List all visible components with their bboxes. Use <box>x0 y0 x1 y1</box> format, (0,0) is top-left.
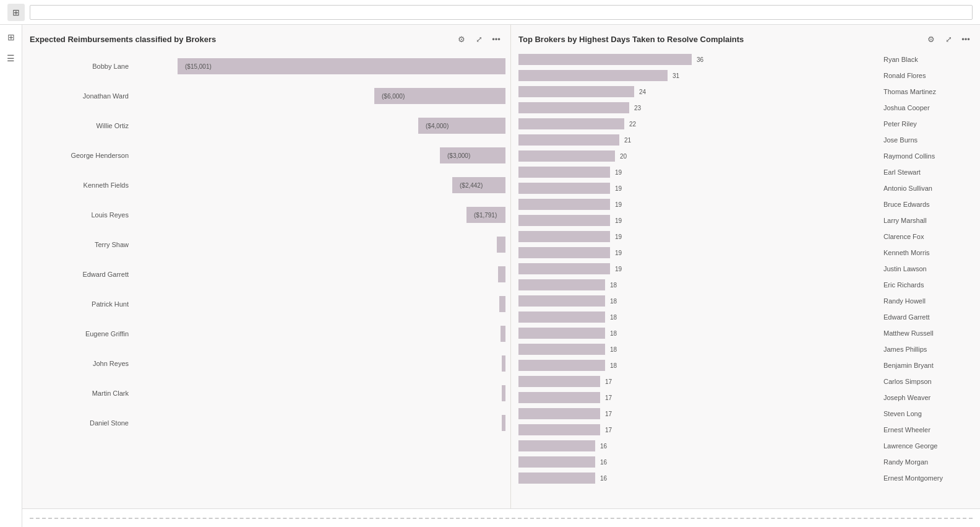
right-chart-actions: ⚙ ⤢ ••• <box>924 32 973 46</box>
left-bar-fill: ($2,442) <box>452 177 505 193</box>
right-expand-icon[interactable]: ⤢ <box>942 32 955 46</box>
left-bar-row: Daniel Stone <box>30 409 505 437</box>
right-bar-label: Earl Stewart <box>879 168 978 176</box>
left-bar-row: Kenneth Fields($2,442) <box>30 171 505 199</box>
right-bar-label: Raymond Collins <box>879 152 978 160</box>
right-bar-row: 21Jose Burns <box>518 133 978 147</box>
right-bar-track: 18 <box>518 279 879 291</box>
right-bar-track: 19 <box>518 263 879 275</box>
right-bar-label: Ernest Wheeler <box>879 426 978 433</box>
right-bar-fill <box>518 344 605 355</box>
left-bar-value: ($15,001) <box>181 63 215 70</box>
chart-left: Expected Reimbursements classified by Br… <box>22 25 511 508</box>
left-bar-track <box>135 385 505 402</box>
right-bar-track: 17 <box>518 407 879 420</box>
right-bar-row: 19Larry Marshall <box>518 213 978 228</box>
right-bar-fill <box>518 183 610 194</box>
left-bar-row: Willie Ortiz($4,000) <box>30 111 505 140</box>
left-chart-header: Expected Reimbursements classified by Br… <box>30 32 510 46</box>
right-bar-row: 31Ronald Flores <box>518 68 978 83</box>
content-area: Expected Reimbursements classified by Br… <box>22 25 980 527</box>
sidebar-grid-icon[interactable]: ⊞ <box>4 30 19 45</box>
right-bar-label: Peter Riley <box>879 120 978 128</box>
right-bar-row: 17Ernest Wheeler <box>518 422 978 437</box>
right-bar-fill <box>518 247 610 258</box>
main-area: ⊞ ☰ Expected Reimbursements classified b… <box>0 25 980 527</box>
right-bar-track: 18 <box>518 327 879 339</box>
right-bar-row: 23Joshua Cooper <box>518 100 978 115</box>
right-bar-track: 16 <box>518 456 879 468</box>
right-bar-label: Joseph Weaver <box>879 394 978 401</box>
right-bar-track: 18 <box>518 311 879 323</box>
left-more-icon[interactable]: ••• <box>489 32 503 46</box>
left-bar-label: Edward Garrett <box>30 271 135 278</box>
right-filter-icon[interactable]: ⚙ <box>924 32 938 46</box>
right-bar-value: 19 <box>615 250 622 256</box>
search-input[interactable] <box>30 5 973 20</box>
right-bar-row: 24Thomas Martinez <box>518 84 978 99</box>
left-bar-track: ($3,000) <box>135 147 505 164</box>
right-bar-label: Benjamin Bryant <box>879 362 978 369</box>
left-bar-row: Bobby Lane($15,001) <box>30 52 505 81</box>
right-bar-value: 20 <box>620 153 627 160</box>
left-bar-value: ($4,000) <box>422 123 452 129</box>
right-bar-fill <box>518 150 615 162</box>
right-bar-track: 22 <box>518 118 879 130</box>
right-bar-track: 18 <box>518 359 879 372</box>
left-bar-row: John Reyes <box>30 349 505 378</box>
right-bar-value: 17 <box>605 378 612 385</box>
right-bar-label: Clarence Fox <box>879 233 978 240</box>
right-bar-value: 23 <box>634 105 641 111</box>
right-bar-row: 16Randy Morgan <box>518 455 978 469</box>
right-bar-fill <box>518 328 605 339</box>
right-bar-value: 19 <box>615 185 622 192</box>
right-bar-fill <box>518 424 600 435</box>
left-bar-row: Terry Shaw <box>30 230 505 259</box>
right-bar-track: 17 <box>518 375 879 388</box>
right-more-icon[interactable]: ••• <box>959 32 973 46</box>
left-bar-row: Edward Garrett <box>30 260 505 289</box>
left-bar-value: ($3,000) <box>444 152 474 159</box>
right-bar-track: 24 <box>518 85 879 98</box>
right-bar-row: 18Randy Howell <box>518 294 978 308</box>
left-bar-value: ($6,000) <box>378 93 408 100</box>
right-bar-fill <box>518 456 595 468</box>
left-expand-icon[interactable]: ⤢ <box>472 32 486 46</box>
right-bar-fill <box>518 263 610 274</box>
right-bar-value: 17 <box>605 411 612 417</box>
sidebar-menu-icon[interactable]: ☰ <box>4 51 19 66</box>
right-bar-fill <box>518 102 629 113</box>
right-bar-row: 17Joseph Weaver <box>518 390 978 405</box>
right-bar-track: 19 <box>518 198 879 211</box>
left-bar-fill: ($1,791) <box>466 207 505 223</box>
right-bar-track: 18 <box>518 343 879 355</box>
right-bar-fill <box>518 408 600 419</box>
grid-icon[interactable]: ⊞ <box>7 4 25 21</box>
left-bar-track <box>135 295 505 313</box>
left-bar-track <box>135 414 505 432</box>
right-bar-fill <box>518 86 634 97</box>
right-bar-row: 17Carlos Simpson <box>518 374 978 389</box>
right-bar-value: 16 <box>600 475 607 482</box>
right-bar-label: Bruce Edwards <box>879 201 978 208</box>
right-bar-value: 19 <box>615 233 622 240</box>
right-bar-row: 16Ernest Montgomery <box>518 471 978 486</box>
right-bar-value: 36 <box>697 56 703 63</box>
chart-right: Top Brokers by Highest Days Taken to Res… <box>511 25 980 508</box>
left-filter-icon[interactable]: ⚙ <box>455 32 468 46</box>
right-bar-label: Lawrence George <box>879 442 978 450</box>
left-bar-label: Eugene Griffin <box>30 330 135 338</box>
right-bar-fill <box>518 473 595 484</box>
right-bar-value: 19 <box>615 201 622 208</box>
right-bar-row: 19Bruce Edwards <box>518 197 978 212</box>
right-bar-fill <box>518 215 610 226</box>
right-bar-track: 16 <box>518 440 879 452</box>
left-bar-label: Daniel Stone <box>30 419 135 427</box>
right-bar-label: Randy Howell <box>879 297 978 305</box>
left-chart-body: Bobby Lane($15,001)Jonathan Ward($6,000)… <box>30 52 510 501</box>
left-bar-fill: ($6,000) <box>374 88 505 104</box>
right-bar-value: 19 <box>615 169 622 176</box>
left-bar-track <box>135 355 505 372</box>
right-bar-label: Ernest Montgomery <box>879 474 978 482</box>
right-bar-fill <box>518 118 624 129</box>
